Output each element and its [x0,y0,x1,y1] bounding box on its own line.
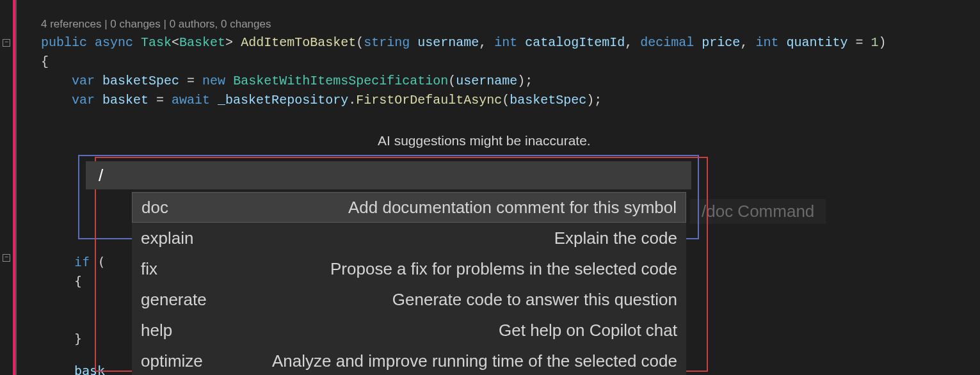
ai-suggestion-item-doc[interactable]: doc Add documentation comment for this s… [132,192,686,223]
ai-suggestion-description: Propose a fix for problems in the select… [330,259,677,279]
ai-suggestion-item-fix[interactable]: fix Propose a fix for problems in the se… [132,253,686,284]
ai-suggestion-item-help[interactable]: help Get help on Copilot chat [132,315,686,346]
ai-suggestion-command: optimize [141,351,203,371]
code-line[interactable]: public async Task<Basket> AddItemToBaske… [41,33,980,52]
ai-suggestion-description: Add documentation comment for this symbo… [348,198,677,218]
ai-command-input[interactable] [86,161,691,189]
code-line[interactable]: var basketSpec = new BasketWithItemsSpec… [41,72,980,91]
ai-suggestion-description: Generate code to answer this question [392,290,677,310]
ai-suggestion-command: doc [141,198,168,218]
code-editor[interactable]: − − 4 references | 0 changes | 0 authors… [0,0,980,110]
ai-suggestion-description: Explain the code [554,228,677,248]
ai-disclaimer-text: AI suggestions might be inaccurate. [378,133,591,148]
ai-suggestion-command: fix [141,259,157,279]
code-line[interactable]: var basket = await _basketRepository.Fir… [41,91,980,110]
code-line-partial: bask [74,361,105,375]
code-line-partial: if ( { } [74,252,105,348]
codelens-info[interactable]: 4 references | 0 changes | 0 authors, 0 … [41,18,980,31]
collapse-icon[interactable]: − [3,254,10,262]
ai-suggestion-item-explain[interactable]: explain Explain the code [132,223,686,253]
ai-suggestion-command: help [141,321,172,340]
ai-suggestion-command: generate [141,290,207,310]
ai-suggestion-item-generate[interactable]: generate Generate code to answer this qu… [132,284,686,315]
collapse-icon[interactable]: − [3,39,10,47]
ai-suggestion-item-optimize[interactable]: optimize Analyze and improve running tim… [132,346,686,375]
ai-suggestion-description: Analyze and improve running time of the … [272,351,677,371]
ai-suggestion-description: Get help on Copilot chat [499,321,677,340]
command-tooltip: /doc Command [690,199,826,224]
code-line[interactable]: { [41,52,980,72]
ai-suggestion-list: doc Add documentation comment for this s… [132,192,686,375]
ai-suggestion-command: explain [141,228,193,248]
